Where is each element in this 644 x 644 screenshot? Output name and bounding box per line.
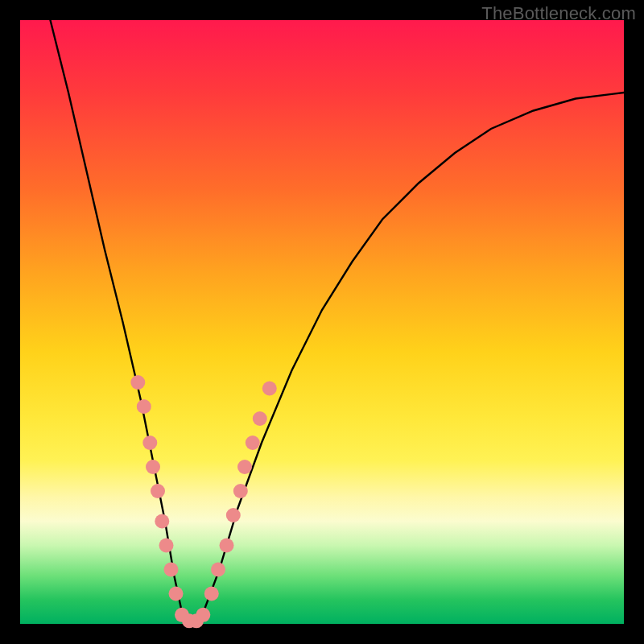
highlight-dot [253,411,267,426]
chart-frame: TheBottleneck.com [0,0,644,644]
curve-svg [20,20,624,624]
highlight-dot [211,563,225,577]
highlight-dot [246,436,260,450]
highlight-dots [130,375,276,628]
highlight-dot [146,460,160,474]
highlight-dot [130,375,145,390]
plot-area [20,20,624,624]
highlight-dot [151,484,165,498]
highlight-dot [142,436,157,450]
highlight-dot [164,563,179,577]
highlight-dot [159,539,174,553]
highlight-dot [137,399,151,414]
highlight-dot [237,460,252,474]
highlight-dot [220,539,234,553]
highlight-dot [204,587,219,601]
highlight-dot [169,587,184,601]
bottleneck-curve [51,20,625,624]
highlight-dot [196,608,210,622]
highlight-dot [262,382,277,396]
highlight-dot [233,484,248,498]
watermark-text: TheBottleneck.com [481,3,636,24]
highlight-dot [226,508,241,522]
highlight-dot [155,514,169,529]
